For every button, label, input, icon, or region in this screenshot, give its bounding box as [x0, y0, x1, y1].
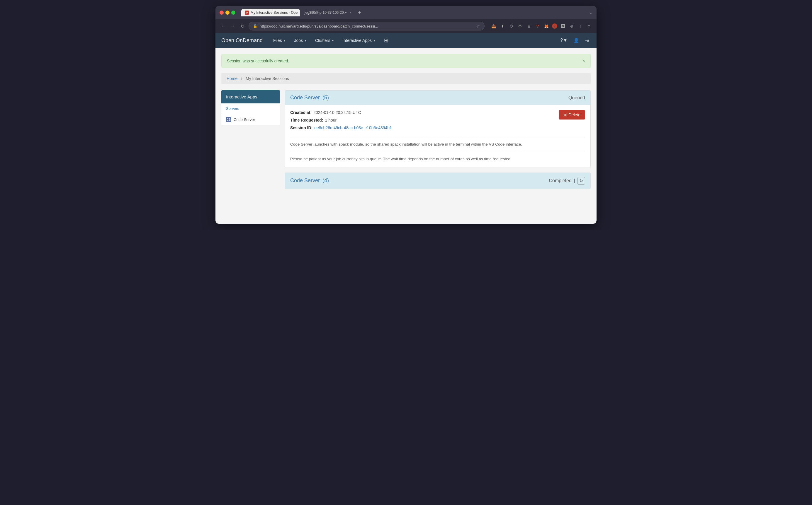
- app-nav-links: Files ▼ Jobs ▼ Clusters ▼ Interactive Ap…: [270, 35, 558, 46]
- breadcrumb-home[interactable]: Home: [227, 76, 238, 81]
- session-1-note-1: Code Server launches with spack module, …: [290, 142, 585, 148]
- url-bar[interactable]: 🔒 https://ood.huit.harvard.edu/pun/sys/d…: [249, 22, 485, 30]
- alert-close-button[interactable]: ×: [582, 58, 585, 63]
- browser-window: O My Interactive Sessions - Open × jeg39…: [216, 6, 596, 224]
- sidebar-item-code-server[interactable]: CS Code Server: [221, 114, 280, 125]
- session-1-session-id-value[interactable]: ee8cb26c-49cb-48ac-b03e-e10b6e4394b1: [314, 125, 392, 130]
- sidebar-item-code-server-label: Code Server: [234, 118, 255, 122]
- sidebar: Interactive Apps Servers CS Code Server: [221, 90, 280, 194]
- session-1-title: Code Server (5): [290, 95, 329, 101]
- extensions-icon[interactable]: ⚙: [517, 23, 523, 29]
- nav-jobs-label: Jobs: [294, 38, 303, 43]
- ublock-icon[interactable]: μ: [552, 23, 557, 29]
- address-bar: ← → ↻ 🔒 https://ood.huit.harvard.edu/pun…: [216, 19, 596, 33]
- session-2-title[interactable]: Code Server (4): [290, 177, 329, 184]
- tab-close-button-2[interactable]: ×: [350, 11, 352, 14]
- app-brand: Open OnDemand: [221, 37, 263, 44]
- user-button[interactable]: 👤: [572, 36, 581, 45]
- back-button[interactable]: ←: [220, 22, 227, 30]
- title-bar: O My Interactive Sessions - Open × jeg39…: [216, 6, 596, 19]
- session-1-time-requested: Time Requested: 1 hour: [290, 118, 392, 123]
- forward-button[interactable]: →: [230, 22, 237, 30]
- traffic-lights: [220, 11, 235, 15]
- nav-sessions-icon[interactable]: ⊞: [381, 35, 392, 46]
- session-card-2-header: Code Server (4) Completed | ↻: [285, 173, 590, 189]
- main-layout: Interactive Apps Servers CS Code Server …: [221, 90, 591, 194]
- window-controls-icon: ⌄: [589, 10, 592, 15]
- nav-files[interactable]: Files ▼: [270, 36, 289, 45]
- active-tab[interactable]: O My Interactive Sessions - Open ×: [241, 9, 300, 16]
- breadcrumb-current: My Interactive Sessions: [246, 76, 289, 81]
- nav-jobs[interactable]: Jobs ▼: [291, 36, 310, 45]
- security-icon: 🔒: [253, 24, 257, 28]
- session-1-created-at: Created at: 2024-01-10 20:34:15 UTC: [290, 110, 392, 115]
- sessions-container: Code Server (5) Queued Created at: 2024-…: [285, 90, 591, 194]
- breadcrumb-separator: /: [241, 76, 242, 81]
- help-button[interactable]: ?▼: [558, 36, 569, 45]
- session-1-status: Queued: [568, 95, 585, 101]
- inactive-tab[interactable]: jeg390@ip-10-37-106-20:~ ×: [301, 9, 355, 16]
- firefox-icon[interactable]: 🦊: [543, 23, 550, 29]
- nav-right: ?▼ 👤 ⇥: [558, 36, 591, 45]
- delete-session-1-button[interactable]: ⊗ Delete: [559, 110, 585, 120]
- session-2-status-container: Completed | ↻: [549, 177, 585, 185]
- url-text: https://ood.huit.harvard.edu/pun/sys/das…: [260, 24, 474, 28]
- page-content: Session was successfully created. × Home…: [216, 48, 596, 224]
- delete-icon: ⊗: [563, 113, 567, 117]
- success-alert: Session was successfully created. ×: [221, 54, 591, 68]
- tab-bar: O My Interactive Sessions - Open × jeg39…: [241, 9, 586, 16]
- app-navbar: Open OnDemand Files ▼ Jobs ▼ Clusters ▼ …: [216, 33, 596, 48]
- reload-button[interactable]: ↻: [240, 22, 246, 30]
- sidebar-header: Interactive Apps: [221, 90, 280, 104]
- menu-icon[interactable]: ≡: [586, 23, 592, 29]
- new-tab-button[interactable]: +: [356, 9, 363, 16]
- bookmark-icon[interactable]: ☆: [477, 24, 480, 28]
- sidebar-section-servers[interactable]: Servers: [221, 104, 280, 114]
- close-window-button[interactable]: [220, 11, 224, 15]
- nav-clusters-label: Clusters: [315, 38, 330, 43]
- nav-clusters-caret: ▼: [331, 39, 334, 42]
- fullscreen-window-button[interactable]: [231, 11, 235, 15]
- session-1-session-id: Session ID: ee8cb26c-49cb-48ac-b03e-e10b…: [290, 125, 392, 130]
- nav-interactive-apps[interactable]: Interactive Apps ▼: [339, 36, 379, 45]
- nav-interactive-apps-caret: ▼: [373, 39, 376, 42]
- nav-files-caret: ▼: [283, 39, 286, 42]
- session-card-1-header: Code Server (5) Queued: [285, 91, 590, 105]
- nav-jobs-caret: ▼: [304, 39, 307, 42]
- download-icon[interactable]: ⬇: [499, 23, 506, 29]
- refresh-session-2-button[interactable]: ↻: [577, 177, 585, 185]
- tab-favicon: O: [245, 11, 249, 15]
- divider-2: [290, 152, 585, 152]
- nav-files-label: Files: [273, 38, 282, 43]
- tab-label-2: jeg390@ip-10-37-106-20:~: [304, 11, 347, 15]
- alert-message: Session was successfully created.: [227, 58, 289, 63]
- minimize-window-button[interactable]: [226, 11, 230, 15]
- session-card-1-body: Created at: 2024-01-10 20:34:15 UTC Time…: [285, 105, 590, 168]
- extension-1[interactable]: 🅽: [560, 23, 566, 29]
- vivaldi-icon[interactable]: V: [534, 23, 541, 29]
- status-separator: |: [574, 178, 575, 183]
- code-server-icon: CS: [226, 117, 231, 122]
- session-2-status-label: Completed: [549, 178, 571, 183]
- extension-2[interactable]: ⊕: [568, 23, 575, 29]
- session-1-note-2: Please be patient as your job currently …: [290, 156, 585, 162]
- tab-label: My Interactive Sessions - Open: [251, 11, 300, 15]
- toolbar-icons: 📥 ⬇ ⏱ ⚙ ⊞ V 🦊 μ 🅽 ⊕ ↑ ≡: [491, 23, 592, 29]
- breadcrumb: Home / My Interactive Sessions: [221, 73, 591, 85]
- session-card-1: Code Server (5) Queued Created at: 2024-…: [285, 90, 591, 168]
- logout-button[interactable]: ⇥: [583, 36, 591, 45]
- share-icon[interactable]: ↑: [577, 23, 584, 29]
- nav-clusters[interactable]: Clusters ▼: [312, 36, 338, 45]
- divider-1: [290, 137, 585, 137]
- session-1-details: Created at: 2024-01-10 20:34:15 UTC Time…: [290, 110, 392, 133]
- grid-icon[interactable]: ⊞: [526, 23, 532, 29]
- session-card-2: Code Server (4) Completed | ↻: [285, 173, 591, 189]
- clock-icon[interactable]: ⏱: [508, 23, 515, 29]
- pocket-icon[interactable]: 📥: [491, 23, 497, 29]
- nav-interactive-apps-label: Interactive Apps: [343, 38, 372, 43]
